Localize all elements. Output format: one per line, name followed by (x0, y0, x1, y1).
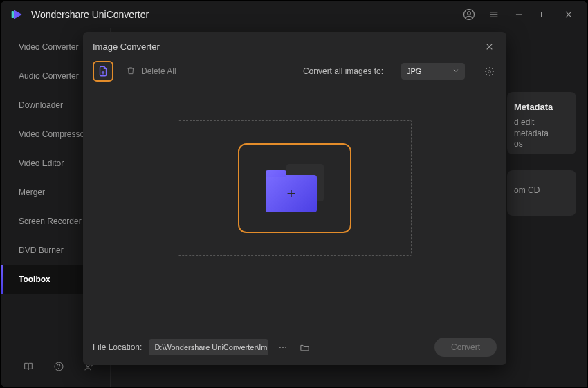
sidebar-item-label: Video Compressor (19, 129, 87, 139)
close-icon[interactable] (560, 6, 578, 24)
maximize-icon[interactable] (535, 6, 553, 24)
sidebar-item-label: Video Editor (19, 158, 64, 168)
chevron-down-icon (452, 67, 459, 75)
sidebar-item-label: Merger (19, 187, 45, 197)
help-icon[interactable] (52, 360, 66, 373)
svg-rect-8 (542, 12, 546, 17)
sidebar-item-label: Screen Recorder (19, 216, 82, 226)
svg-point-21 (282, 347, 284, 348)
modal-title: Image Converter (93, 41, 160, 52)
sidebar-item-label: Audio Converter (19, 71, 79, 81)
app-title: Wondershare UniConverter (31, 9, 149, 20)
bg-card-title: Metadata (514, 102, 565, 112)
bg-card-sub: d edit metadata (514, 118, 565, 139)
account-icon[interactable] (460, 6, 478, 24)
minimize-icon[interactable] (510, 6, 528, 24)
dropzone[interactable]: + (178, 120, 412, 256)
open-folder-icon[interactable] (297, 340, 313, 355)
bg-card-cd: om CD (507, 170, 576, 216)
image-converter-modal: Image Converter Delete All Convert all i… (83, 32, 506, 365)
file-location-input[interactable]: D:\Wondershare UniConverter\Image Output (149, 339, 268, 355)
add-file-button[interactable] (93, 61, 113, 82)
svg-point-12 (58, 368, 59, 369)
sidebar-item-label: Toolbox (19, 275, 50, 284)
trash-icon (126, 66, 136, 77)
file-location-value: D:\Wondershare UniConverter\Image Output (154, 343, 268, 351)
close-icon[interactable] (481, 39, 497, 54)
svg-point-22 (285, 347, 286, 348)
sidebar-item-label: Video Converter (19, 42, 79, 52)
svg-point-20 (279, 347, 281, 348)
sidebar-item-label: DVD Burner (19, 246, 64, 255)
svg-marker-0 (14, 10, 22, 19)
bg-card-sub: om CD (514, 185, 565, 196)
dropzone-highlight: + (238, 143, 351, 233)
sidebar-item-label: Downloader (19, 100, 63, 110)
svg-point-3 (468, 11, 471, 15)
book-icon[interactable] (21, 360, 35, 373)
convert-button[interactable]: Convert (434, 338, 497, 357)
format-value: JPG (407, 67, 421, 75)
folder-icon: + (266, 164, 324, 212)
svg-point-19 (488, 70, 490, 73)
convert-button-label: Convert (451, 342, 480, 352)
svg-rect-1 (12, 11, 14, 18)
gear-icon[interactable] (481, 64, 497, 79)
delete-all-label: Delete All (141, 66, 176, 76)
bg-card-sub: os (514, 139, 565, 150)
convert-all-label: Convert all images to: (303, 66, 383, 76)
bg-card-metadata: Metadata d edit metadata os (507, 92, 576, 154)
plus-icon: + (287, 185, 296, 203)
more-icon[interactable] (275, 340, 291, 355)
format-select[interactable]: JPG (401, 63, 465, 80)
delete-all-button[interactable]: Delete All (126, 66, 176, 77)
menu-icon[interactable] (485, 6, 503, 24)
file-location-label: File Location: (93, 342, 142, 352)
app-logo (10, 8, 24, 21)
